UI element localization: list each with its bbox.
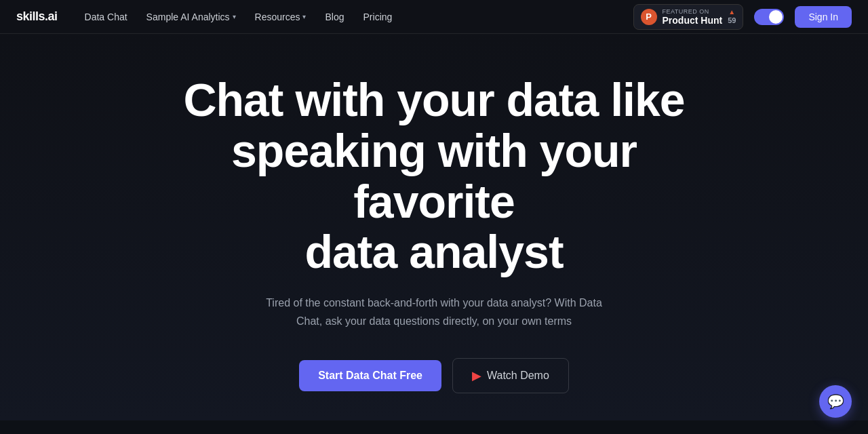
- hero-subtitle: Tired of the constant back-and-forth wit…: [258, 294, 610, 330]
- nav-link-sample-analytics[interactable]: Sample AI Analytics ▾: [146, 12, 236, 22]
- hero-title: Chat with your data like speaking with y…: [146, 75, 722, 277]
- upvote-arrow-icon: ▲: [728, 9, 735, 16]
- youtube-icon: ▶: [472, 368, 481, 383]
- chat-widget-button[interactable]: 💬: [819, 385, 852, 418]
- sign-in-button[interactable]: Sign In: [795, 6, 852, 28]
- nav-links: Data Chat Sample AI Analytics ▾ Resource…: [85, 12, 612, 22]
- hero-section: Chat with your data like speaking with y…: [0, 34, 868, 420]
- product-hunt-logo: P: [641, 9, 657, 25]
- watch-demo-button[interactable]: ▶ Watch Demo: [452, 358, 569, 393]
- product-hunt-badge[interactable]: P FEATURED ON Product Hunt ▲ 59: [633, 4, 744, 30]
- product-hunt-votes: ▲ 59: [728, 9, 736, 24]
- hero-cta-group: Start Data Chat Free ▶ Watch Demo: [299, 358, 569, 393]
- nav-link-pricing[interactable]: Pricing: [363, 12, 393, 22]
- start-data-chat-button[interactable]: Start Data Chat Free: [299, 360, 441, 391]
- chevron-down-icon: ▾: [302, 13, 306, 20]
- nav-link-blog[interactable]: Blog: [325, 12, 344, 22]
- product-hunt-text: FEATURED ON Product Hunt: [663, 8, 723, 26]
- theme-toggle[interactable]: [754, 9, 784, 25]
- nav-right: P FEATURED ON Product Hunt ▲ 59 Sign In: [633, 4, 852, 30]
- nav-link-data-chat[interactable]: Data Chat: [85, 12, 127, 22]
- chat-icon: 💬: [827, 393, 844, 410]
- how-it-works-section: How it works: [0, 420, 868, 434]
- nav-link-resources[interactable]: Resources ▾: [255, 12, 307, 22]
- navbar: skills.ai Data Chat Sample AI Analytics …: [0, 0, 868, 34]
- logo[interactable]: skills.ai: [16, 9, 58, 24]
- chevron-down-icon: ▾: [233, 13, 236, 20]
- toggle-knob: [769, 10, 783, 24]
